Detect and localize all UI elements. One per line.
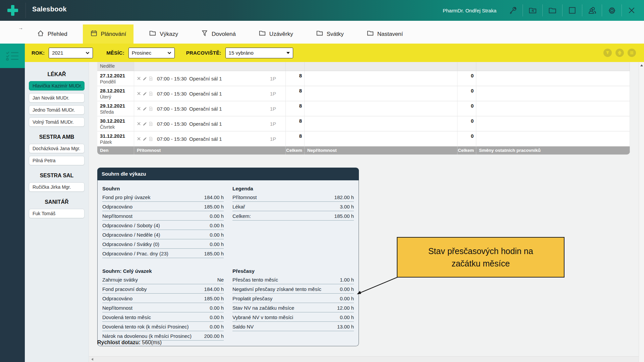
edit-pencil-icon[interactable] <box>143 137 147 141</box>
table-row-partial[interactable]: 26.12.2021 Neděle <box>97 62 630 71</box>
summary-row-label: Dovolená tento měsíc <box>102 314 151 320</box>
annotation-callout: Stav přesčasových hodin na začátku měsíc… <box>397 237 565 278</box>
delete-icon[interactable] <box>137 122 141 126</box>
summary-row-value: 0.00 h <box>206 324 224 329</box>
summary-row-label: Odpracováno <box>102 204 132 209</box>
summary-row: Odpracováno / Neděle (4) 0.00 h <box>102 230 224 239</box>
folder-note-icon[interactable]: N <box>523 0 542 21</box>
filter-funnel-button[interactable] <box>603 49 612 57</box>
vertical-scrollbar[interactable] <box>639 62 644 362</box>
shift-tag: 1P <box>270 121 276 127</box>
note-document-icon[interactable] <box>149 76 153 81</box>
summary-row: Nepřítomnost 0.00 h <box>102 303 224 312</box>
sidebar-person[interactable]: Fuk Tomáš <box>29 209 85 218</box>
summary-row-label: Zahrnuje svátky <box>102 277 138 283</box>
note-document-icon[interactable] <box>149 122 153 126</box>
shift-time: 07:00 - 15:30 <box>157 106 189 112</box>
shift-tag: 1P <box>270 136 276 142</box>
edit-pencil-icon[interactable] <box>143 122 147 126</box>
presence-cell: 07:00 - 15:30 Operační sál 1 1P <box>134 116 286 131</box>
sidebar-person[interactable]: Docházková Jana Mgr. <box>29 144 85 153</box>
edit-pencil-icon[interactable] <box>143 76 147 81</box>
row-date: 31.12.2021 <box>100 133 134 139</box>
tab-prehled[interactable]: Přehled <box>30 24 75 44</box>
summary-row-value: 184.00 h <box>201 286 224 292</box>
menu-button[interactable] <box>628 49 636 57</box>
topbar-divider <box>25 3 26 18</box>
tab-svatky[interactable]: Svátky <box>309 24 351 44</box>
schedule-table: 26.12.2021 Neděle 27.12.2021 Pondělí <box>97 62 630 155</box>
delete-icon[interactable] <box>137 76 141 80</box>
sidebar-person[interactable]: Ručička Jirka Mgr. <box>29 182 85 192</box>
tab-vykazy[interactable]: Výkazy <box>142 24 185 44</box>
absence-total-cell: 0 <box>458 131 476 146</box>
table-row[interactable]: 29.12.2021 Středa 07:00 - 15:30 Operační… <box>97 101 630 116</box>
users-icon[interactable] <box>582 0 602 21</box>
scroll-up-arrow-icon[interactable] <box>640 64 643 66</box>
summary-section-legenda: Legenda Přítomnost 182.00 h Lékař 3.00 h… <box>232 184 354 221</box>
summary-row-label: Přesčas tento měsíc <box>232 277 278 283</box>
horizontal-scrollbar[interactable] <box>89 356 639 362</box>
summary-row: Nárok na dovolenou (k měsíci Prosinec) 2… <box>102 331 224 341</box>
summary-row-label: Fond pracovní doby <box>102 286 147 292</box>
summary-row: Fond pracovní doby 184.00 h <box>102 284 224 294</box>
summary-panel: Souhrn dle výkazu Souhrn Fond pro plný ú… <box>97 168 359 346</box>
summary-row-value: 185.00 h <box>201 296 224 301</box>
presence-cell: 07:00 - 15:30 Operační sál 1 1P <box>134 101 286 116</box>
sidebar-person[interactable]: Volný Tomáš MUDr. <box>29 117 85 127</box>
note-document-icon[interactable] <box>149 92 153 96</box>
note-document-icon[interactable] <box>149 137 153 141</box>
table-row[interactable]: 31.12.2021 Pátek 07:00 - 15:30 Operační … <box>97 131 630 146</box>
edit-pencil-icon[interactable] <box>143 107 147 111</box>
sidebar-group-header: SESTRA AMB <box>25 134 89 140</box>
edit-pencil-icon[interactable] <box>143 92 147 96</box>
print-button[interactable] <box>615 49 624 57</box>
summary-row-value: 1.00 h <box>336 277 354 283</box>
delete-icon[interactable] <box>137 92 141 96</box>
folder-icon[interactable] <box>543 0 562 21</box>
staff-sidebar: LÉKAŘ Hlavička Kazimír MUDr.Jan Novák MU… <box>25 62 89 362</box>
filter-bar-actions <box>603 49 636 57</box>
table-row[interactable]: 27.12.2021 Pondělí 07:00 - 15:30 Operačn… <box>97 71 630 86</box>
note-document-icon[interactable] <box>149 107 153 111</box>
row-day: Středa <box>100 109 134 115</box>
summary-row-value: 184.00 h <box>201 194 224 200</box>
summary-row: Stav NV na začátku měsíce 12.00 h <box>232 303 354 312</box>
table-row[interactable]: 30.12.2021 Čtvrtek 07:00 - 15:30 Operačn… <box>97 116 630 131</box>
sidebar-person[interactable]: Jedno Tomáš MUDr. <box>29 105 85 115</box>
summary-row-label: Fond pro plný úvazek <box>102 194 150 200</box>
sidebar-person[interactable]: Jan Novák MUDr. <box>29 93 85 103</box>
collapse-arrow-icon[interactable]: → <box>18 25 23 31</box>
date-cell: 29.12.2021 Středa <box>97 101 134 116</box>
summary-row: Celkem: 185.00 h <box>232 211 354 221</box>
settings-gear-icon[interactable] <box>602 0 622 21</box>
tab-uzaverky[interactable]: Uzávěrky <box>251 24 301 44</box>
close-icon[interactable] <box>622 0 641 21</box>
scroll-left-arrow-icon[interactable] <box>91 358 93 361</box>
row-date: 27.12.2021 <box>100 73 134 79</box>
table-row[interactable]: 28.12.2021 Úterý 07:00 - 15:30 Operační … <box>97 86 630 101</box>
frame-icon[interactable] <box>562 0 582 21</box>
schedule-rows: 27.12.2021 Pondělí 07:00 - 15:30 Operačn… <box>97 71 630 146</box>
tab-nastaveni[interactable]: Nastavení <box>359 24 411 44</box>
tab-planovani[interactable]: Plánování <box>83 24 134 44</box>
summary-row-value: 185.00 h <box>331 213 354 219</box>
shift-tag: 1P <box>270 106 276 112</box>
presence-total-cell: 8 <box>286 101 305 116</box>
presence-cell: 07:00 - 15:30 Operační sál 1 1P <box>134 71 286 86</box>
year-select[interactable]: 2021 <box>49 48 93 58</box>
workplace-select[interactable]: 15 vybráno <box>225 48 293 58</box>
summary-row-value: 0.00 h <box>206 223 224 228</box>
key-icon[interactable] <box>503 0 523 21</box>
sidebar-person[interactable]: Pilná Petra <box>29 156 85 165</box>
row-date: 29.12.2021 <box>100 103 134 109</box>
sidebar-checklist-toggle[interactable] <box>0 44 25 68</box>
top-bar: Salesbook PharmDr. Ondřej Straka N <box>0 0 644 21</box>
sidebar-person[interactable]: Hlavička Kazimír MUDr. <box>29 81 85 90</box>
footer-celkem1: Celkem <box>286 146 305 155</box>
month-select[interactable]: Prosinec <box>128 48 175 58</box>
shift-time: 07:00 - 15:30 <box>157 91 189 97</box>
delete-icon[interactable] <box>137 137 141 141</box>
tab-dovolena[interactable]: Dovolená <box>194 24 243 44</box>
delete-icon[interactable] <box>137 107 141 111</box>
